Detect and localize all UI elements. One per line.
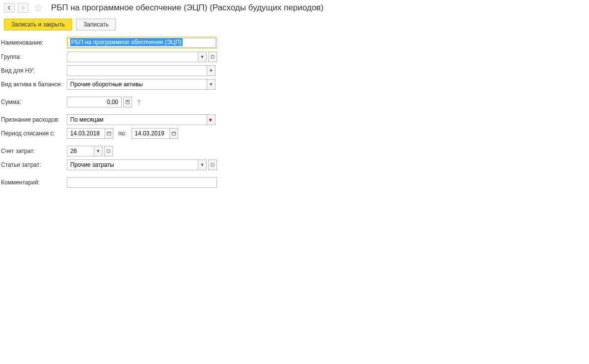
group-dropdown-icon[interactable]: ▼	[198, 52, 207, 62]
expense-recognition-dropdown-icon[interactable]: ▾	[207, 114, 215, 125]
calendar-icon	[171, 131, 176, 136]
balance-asset-label: Вид актива в балансе:	[0, 81, 67, 88]
writeoff-to-combo[interactable]	[132, 128, 178, 139]
balance-asset-combo[interactable]: ▼	[67, 79, 215, 90]
star-icon	[34, 4, 42, 12]
sum-help-icon[interactable]: ?	[137, 99, 140, 106]
page-title: РБП на программное обеспчение (ЭЦП) (Рас…	[51, 3, 323, 13]
cost-account-open-icon[interactable]	[104, 146, 113, 156]
arrow-right-icon	[20, 5, 26, 11]
calendar-icon	[107, 131, 111, 136]
cost-items-open-icon[interactable]	[208, 159, 217, 170]
balance-asset-dropdown-icon[interactable]: ▼	[207, 79, 215, 90]
sum-calc-icon[interactable]	[123, 97, 132, 107]
back-button[interactable]	[4, 3, 15, 13]
balance-asset-input[interactable]	[67, 79, 207, 90]
expense-recognition-input[interactable]	[67, 114, 207, 125]
group-input[interactable]	[67, 52, 198, 62]
group-combo[interactable]: ▼	[67, 52, 217, 62]
expense-recognition-combo[interactable]: ▾	[67, 114, 215, 125]
writeoff-period-label: Период списания с:	[0, 130, 67, 137]
writeoff-from-combo[interactable]	[67, 128, 113, 139]
group-label: Группа:	[0, 53, 67, 60]
nu-type-label: Вид для НУ:	[0, 67, 67, 74]
cost-items-label: Статьи затрат:	[0, 161, 67, 168]
writeoff-from-input[interactable]	[67, 128, 105, 139]
writeoff-to-input[interactable]	[132, 128, 170, 139]
cost-account-label: Счет затрат:	[0, 148, 67, 155]
comment-input[interactable]	[67, 177, 217, 188]
svg-rect-0	[126, 100, 130, 104]
svg-rect-1	[127, 101, 129, 102]
cost-items-dropdown-icon[interactable]: ▼	[198, 159, 207, 170]
open-external-icon	[210, 162, 215, 167]
writeoff-from-calendar-icon[interactable]	[105, 128, 113, 139]
comment-label: Комментарий:	[0, 179, 67, 186]
writeoff-to-calendar-icon[interactable]	[169, 128, 178, 139]
cost-account-dropdown-icon[interactable]: ▼	[94, 146, 103, 156]
sum-input[interactable]	[67, 97, 122, 107]
expense-recognition-label: Признание расходов:	[0, 116, 67, 123]
name-input[interactable]: РБП на программное обеспчение (ЭЦП)	[68, 38, 216, 48]
cost-items-combo[interactable]: ▼	[67, 159, 217, 170]
save-and-close-button[interactable]: Записать и закрыть	[4, 19, 72, 30]
arrow-left-icon	[6, 5, 12, 11]
sum-label: Сумма:	[0, 99, 67, 105]
cost-account-combo[interactable]: ▼	[67, 146, 113, 156]
open-external-icon	[210, 54, 215, 59]
name-field-wrap: РБП на программное обеспчение (ЭЦП)	[67, 37, 217, 49]
nu-type-combo[interactable]: ▼	[67, 65, 215, 76]
favorite-star-icon[interactable]	[33, 3, 43, 13]
svg-rect-3	[172, 132, 176, 135]
nu-type-input[interactable]	[67, 65, 207, 76]
writeoff-to-label: по:	[118, 130, 127, 137]
name-selected-text: РБП на программное обеспчение (ЭЦП)	[70, 38, 183, 46]
calculator-icon	[125, 100, 130, 104]
cost-account-input[interactable]	[67, 146, 94, 156]
nu-type-dropdown-icon[interactable]: ▼	[207, 65, 215, 76]
save-button[interactable]: Записать	[76, 19, 116, 30]
group-open-icon[interactable]	[208, 52, 217, 62]
cost-items-input[interactable]	[67, 159, 198, 170]
forward-button[interactable]	[18, 3, 28, 13]
open-external-icon	[106, 149, 111, 154]
svg-rect-2	[107, 132, 111, 135]
name-label: Наименование:	[0, 39, 67, 46]
